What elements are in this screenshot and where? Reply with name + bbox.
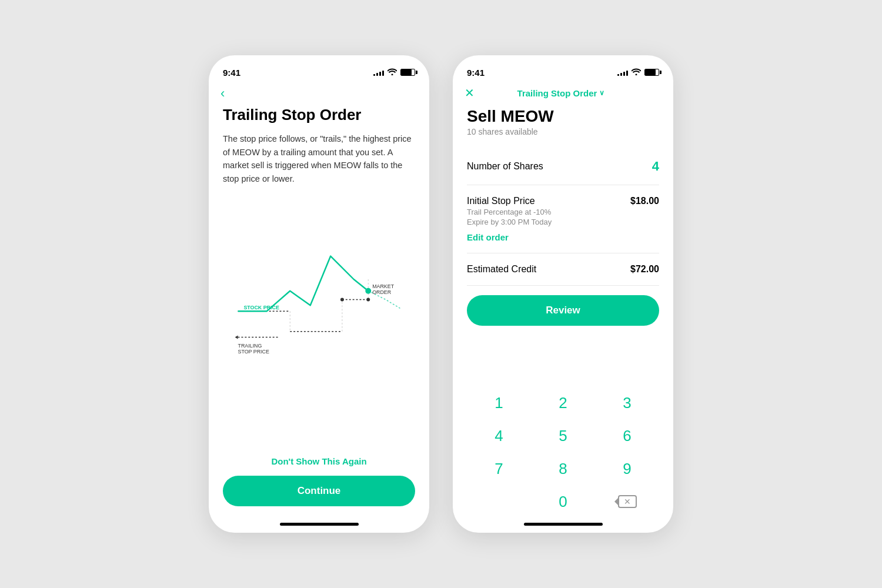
dont-show-button[interactable]: Don't Show This Again	[271, 456, 366, 466]
numpad-key-2[interactable]: 2	[531, 386, 595, 419]
svg-text:MARKET: MARKET	[372, 283, 395, 289]
signal-icon-2	[617, 69, 628, 76]
continue-button[interactable]: Continue	[223, 476, 415, 506]
backspace-icon: ✕	[618, 495, 637, 508]
status-time-2: 9:41	[467, 68, 485, 78]
order-nav: ✕ Trailing Stop Order ∨	[453, 81, 673, 102]
numpad-key-9[interactable]: 9	[595, 452, 659, 485]
backspace-x-icon: ✕	[624, 497, 631, 506]
order-type-selector[interactable]: Trailing Stop Order ∨	[517, 88, 605, 98]
phone1-info-screen: 9:41	[209, 55, 429, 533]
wifi-icon-1	[387, 68, 397, 77]
info-content: Trailing Stop Order The stop price follo…	[209, 103, 429, 447]
number-of-shares-label: Number of Shares	[467, 161, 543, 172]
numpad-key-3[interactable]: 3	[595, 386, 659, 419]
initial-stop-value: $18.00	[630, 196, 659, 206]
expire-by: Expire by 3:00 PM Today	[467, 218, 552, 226]
back-button[interactable]: ‹	[220, 86, 225, 101]
numpad-key-7[interactable]: 7	[467, 452, 531, 485]
close-button[interactable]: ✕	[465, 86, 475, 100]
signal-icon-1	[373, 69, 384, 76]
chart-area: STOCK PRICE MARKET ORDER TRAILING STOP P…	[220, 197, 417, 362]
order-type-label: Trailing Stop Order	[517, 88, 597, 98]
numpad-key-8[interactable]: 8	[531, 452, 595, 485]
svg-text:ORDER: ORDER	[372, 289, 391, 295]
status-time-1: 9:41	[223, 68, 240, 78]
battery-icon-2	[644, 69, 659, 76]
edit-order-button[interactable]: Edit order	[467, 232, 659, 242]
number-of-shares-value: 4	[652, 159, 659, 174]
estimated-credit-value: $72.00	[630, 264, 659, 275]
chevron-down-icon: ∨	[599, 89, 604, 97]
initial-stop-header: Initial Stop Price Trail Percentage at -…	[467, 196, 659, 226]
bottom-actions: Don't Show This Again Continue	[209, 447, 429, 518]
order-content: Sell MEOW 10 shares available Number of …	[453, 102, 673, 384]
battery-icon-1	[400, 69, 415, 76]
svg-text:TRAILING: TRAILING	[238, 343, 262, 349]
number-of-shares-row: Number of Shares 4	[467, 148, 659, 185]
svg-marker-5	[235, 336, 238, 339]
wifi-icon-2	[632, 67, 641, 78]
home-indicator-1	[280, 523, 359, 526]
info-title: Trailing Stop Order	[223, 106, 415, 124]
home-indicator-2	[524, 523, 603, 526]
status-icons-1	[373, 68, 415, 77]
initial-stop-section: Initial Stop Price Trail Percentage at -…	[467, 185, 659, 253]
svg-text:STOCK PRICE: STOCK PRICE	[243, 305, 279, 310]
trail-percentage: Trail Percentage at -10%	[467, 208, 552, 216]
numpad-key-6[interactable]: 6	[595, 419, 659, 452]
shares-available: 10 shares available	[467, 127, 659, 136]
numpad-key-empty	[467, 485, 531, 518]
sell-title: Sell MEOW	[467, 107, 659, 126]
numpad-key-5[interactable]: 5	[531, 419, 595, 452]
initial-stop-left: Initial Stop Price Trail Percentage at -…	[467, 196, 552, 226]
svg-point-9	[340, 298, 344, 302]
initial-stop-title: Initial Stop Price	[467, 196, 552, 206]
phone2-order-screen: 9:41	[453, 55, 673, 533]
numpad: 1 2 3 4 5 6 7 8 9 0 ✕	[453, 386, 673, 518]
estimated-credit-label: Estimated Credit	[467, 264, 536, 275]
numpad-backspace-button[interactable]: ✕	[595, 485, 659, 518]
svg-text:STOP PRICE: STOP PRICE	[238, 349, 269, 355]
info-description: The stop price follows, or "trails," the…	[223, 132, 415, 185]
review-button[interactable]: Review	[467, 295, 659, 326]
svg-point-10	[366, 298, 370, 302]
trailing-stop-chart: STOCK PRICE MARKET ORDER TRAILING STOP P…	[220, 197, 417, 362]
status-bar-1: 9:41	[209, 55, 429, 81]
numpad-key-1[interactable]: 1	[467, 386, 531, 419]
svg-point-7	[365, 288, 371, 294]
numpad-key-0[interactable]: 0	[531, 485, 595, 518]
nav-back: ‹	[209, 81, 429, 103]
numpad-key-4[interactable]: 4	[467, 419, 531, 452]
status-bar-2: 9:41	[453, 55, 673, 81]
status-icons-2	[617, 67, 659, 78]
estimated-credit-row: Estimated Credit $72.00	[467, 253, 659, 286]
